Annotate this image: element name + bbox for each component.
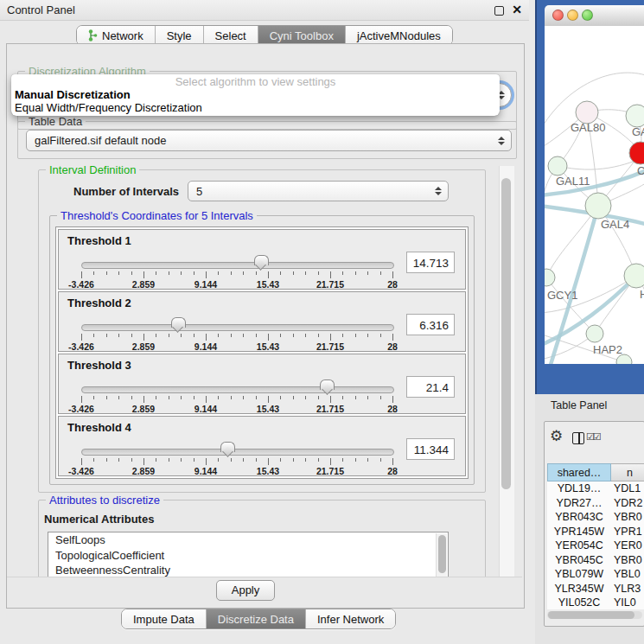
table-row[interactable]: YDL19…YDL1 [547, 481, 644, 496]
window-title: Control Panel [7, 3, 75, 16]
tick-label: 28 [387, 341, 398, 352]
table-row[interactable]: YER054CYER0 [547, 539, 644, 553]
combo-value: 5 [196, 185, 202, 198]
tick-mark [181, 334, 182, 337]
network-node[interactable] [545, 269, 555, 286]
network-node-label: H [640, 288, 644, 301]
tick-mark [367, 334, 368, 337]
tab-label: Network [102, 29, 143, 42]
bottom-tab-bar: Impute Data Discretize Data Infer Networ… [121, 609, 396, 629]
slider-track[interactable] [81, 324, 394, 331]
tick-mark [380, 271, 381, 275]
tick-mark [367, 271, 368, 275]
network-node[interactable] [624, 264, 644, 288]
threshold-value-field[interactable]: 14.713 [406, 252, 455, 273]
zoom-traffic-light-icon[interactable] [582, 10, 593, 21]
float-window-icon[interactable] [494, 6, 504, 16]
slider-thumb[interactable] [220, 442, 235, 452]
close-traffic-light-icon[interactable] [552, 10, 564, 21]
group-title: Table Data [25, 115, 86, 128]
network-canvas[interactable]: GAL80GACGAL11GAL4GCY1HHAP2 [545, 26, 644, 364]
scrollbar-thumb[interactable] [501, 178, 511, 489]
tick-mark [169, 396, 169, 399]
network-node[interactable] [548, 156, 567, 175]
tick-mark [93, 334, 94, 337]
tick-label: 28 [387, 466, 398, 476]
tick-mark [243, 334, 244, 337]
table-row[interactable]: YBR043CYBR0 [547, 510, 644, 525]
slider-thumb[interactable] [254, 255, 269, 265]
tab-select[interactable]: Select [204, 26, 258, 45]
network-node[interactable] [626, 105, 644, 127]
close-icon[interactable]: ✕ [512, 3, 522, 16]
table-row[interactable]: YLR345WYLR3 [547, 582, 644, 596]
table-data-combobox[interactable]: galFiltered.sif default node [26, 130, 512, 151]
threshold-panel: Threshold 3-3.4262.8599.14415.4321.71528… [58, 354, 466, 414]
tab-discretize-data[interactable]: Discretize Data [207, 609, 306, 628]
network-graph[interactable]: GAL80GACGAL11GAL4GCY1HHAP2 [545, 26, 644, 364]
checkboxes-icon[interactable]: ☑☑ [586, 431, 600, 443]
content-scrollbar[interactable] [499, 166, 514, 605]
tab-network[interactable]: Network [77, 26, 156, 45]
table-row[interactable]: YBR045CYBR0 [547, 553, 644, 568]
slider-zone: -3.4262.8599.14415.4321.71528 [81, 292, 392, 351]
table-row[interactable]: YPR145WYPR1 [547, 525, 644, 539]
column-header-shared[interactable]: shared… [547, 463, 611, 481]
table-row[interactable]: YDR27…YDR2 [547, 496, 644, 511]
attributes-list-scrollbar[interactable] [436, 533, 447, 577]
threshold-value-field[interactable]: 21.4 [406, 376, 455, 398]
scrollbar-thumb[interactable] [438, 535, 446, 573]
tick-mark [106, 458, 107, 462]
tick-mark [305, 396, 306, 399]
threshold-value-field[interactable]: 6.316 [406, 314, 455, 335]
network-node[interactable] [629, 142, 644, 164]
network-node[interactable] [586, 325, 603, 342]
table-row[interactable]: YIL052CYIL0 [547, 596, 644, 609]
list-item[interactable]: SelfLoops [48, 532, 448, 548]
slider-track[interactable] [81, 262, 394, 269]
threshold-value-field[interactable]: 11.344 [406, 438, 455, 460]
minimize-traffic-light-icon[interactable] [567, 10, 578, 21]
tick-mark [231, 334, 232, 337]
tick-mark [181, 396, 182, 399]
tick-mark [330, 334, 331, 341]
list-item[interactable]: BetweennessCentrality [48, 563, 448, 578]
network-window-titlebar[interactable] [545, 5, 644, 27]
algorithm-dropdown-popup: Select algorithm to view settings Manual… [11, 74, 500, 116]
tick-mark [256, 458, 257, 462]
tick-mark [106, 334, 107, 337]
table-horizontal-scrollbar[interactable] [547, 611, 642, 619]
tick-mark [143, 334, 144, 341]
threshold-panel: Threshold 2-3.4262.8599.14415.4321.71528… [58, 291, 466, 352]
tab-cyni-toolbox[interactable]: Cyni Toolbox [258, 26, 346, 45]
tick-mark [169, 271, 169, 275]
tick-mark [380, 334, 381, 337]
slider-track[interactable] [81, 449, 394, 456]
network-node-label: GCY1 [547, 289, 577, 302]
numerical-attributes-list[interactable]: SelfLoopsTopologicalCoefficientBetweenne… [48, 532, 449, 578]
split-columns-icon[interactable] [572, 432, 584, 444]
network-node[interactable] [585, 193, 611, 219]
tab-style[interactable]: Style [156, 26, 204, 45]
tick-label: 15.43 [257, 404, 279, 414]
dropdown-item-equal-width-frequency[interactable]: Equal Width/Frequency Discretization [11, 101, 500, 114]
tick-mark [143, 271, 144, 278]
slider-thumb[interactable] [320, 379, 335, 390]
tick-mark [392, 458, 393, 465]
table-row[interactable]: YBL079WYBL0 [547, 567, 644, 582]
column-header-name[interactable]: n [611, 463, 644, 481]
slider-track[interactable] [81, 386, 394, 393]
list-item[interactable]: TopologicalCoefficient [48, 548, 448, 564]
gear-icon[interactable]: ⚙ [550, 427, 563, 445]
tick-mark [318, 458, 319, 462]
tick-label: -3.426 [68, 466, 94, 476]
tab-impute-data[interactable]: Impute Data [122, 609, 207, 628]
scrollbar-thumb[interactable] [548, 611, 634, 619]
dropdown-item-manual-discretization[interactable]: Manual Discretization [11, 88, 500, 101]
slider-ticks [81, 271, 392, 279]
apply-button[interactable]: Apply [216, 580, 275, 601]
tab-infer-network[interactable]: Infer Network [306, 609, 395, 628]
slider-thumb[interactable] [171, 317, 186, 328]
number-of-intervals-combobox[interactable]: 5 [188, 181, 449, 201]
tab-jactivemnodules[interactable]: jActiveMNodules [346, 26, 452, 45]
